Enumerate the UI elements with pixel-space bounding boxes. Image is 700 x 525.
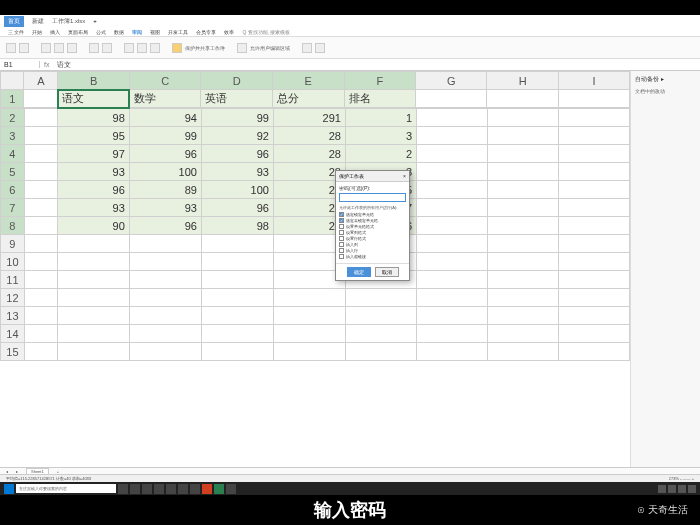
cell[interactable]: 99 xyxy=(129,127,201,145)
permission-option[interactable]: 设置单元格格式 xyxy=(339,224,406,229)
row-header[interactable]: 7 xyxy=(1,199,25,217)
checkbox-icon[interactable] xyxy=(339,248,344,253)
col-header[interactable]: H xyxy=(487,72,558,90)
cell[interactable]: 94 xyxy=(129,109,201,127)
cell[interactable]: 93 xyxy=(58,199,130,217)
taskbar-app[interactable] xyxy=(178,484,188,494)
row-header[interactable]: 13 xyxy=(1,307,25,325)
cancel-button[interactable]: 取消 xyxy=(375,267,399,277)
cell[interactable]: 291 xyxy=(273,109,345,127)
ribbon-tab[interactable]: 插入 xyxy=(50,29,60,35)
permission-option[interactable]: ✓选定未锁定单元格 xyxy=(339,218,406,223)
tab-home[interactable]: 首页 xyxy=(4,16,24,27)
ribbon-btn[interactable] xyxy=(67,43,77,53)
ribbon-tab[interactable]: 视图 xyxy=(150,29,160,35)
cell[interactable]: 28 xyxy=(273,127,345,145)
row-header[interactable]: 5 xyxy=(1,163,25,181)
row-header[interactable]: 14 xyxy=(1,325,25,343)
permission-option[interactable]: ✓选定锁定单元格 xyxy=(339,212,406,217)
row-header[interactable]: 2 xyxy=(1,109,25,127)
cell[interactable]: 98 xyxy=(58,109,130,127)
checkbox-icon[interactable] xyxy=(339,230,344,235)
ribbon-tab[interactable]: 开发工具 xyxy=(168,29,188,35)
select-all-corner[interactable] xyxy=(1,72,24,90)
col-header[interactable]: C xyxy=(129,72,201,90)
cell[interactable]: 2 xyxy=(345,145,416,163)
tab-doc[interactable]: 工作簿1.xlsx xyxy=(52,17,85,26)
taskbar-app[interactable] xyxy=(166,484,176,494)
row-header[interactable]: 11 xyxy=(1,271,25,289)
cell[interactable]: 97 xyxy=(58,145,130,163)
cell[interactable]: 92 xyxy=(201,127,273,145)
row-header[interactable]: 4 xyxy=(1,145,25,163)
ribbon-btn[interactable] xyxy=(237,43,247,53)
permission-option[interactable]: 设置行格式 xyxy=(339,236,406,241)
fx-icon[interactable]: fx xyxy=(40,61,53,68)
cell[interactable]: 96 xyxy=(58,181,130,199)
tab-new[interactable]: 新建 xyxy=(32,17,44,26)
ribbon-btn[interactable] xyxy=(41,43,51,53)
row-header[interactable]: 12 xyxy=(1,289,25,307)
ribbon-btn[interactable] xyxy=(102,43,112,53)
cell[interactable]: 90 xyxy=(58,217,130,235)
ribbon-tab[interactable]: 页面布局 xyxy=(68,29,88,35)
cell[interactable]: 3 xyxy=(345,127,416,145)
lock-icon[interactable] xyxy=(172,43,182,53)
ok-button[interactable]: 确定 xyxy=(347,267,371,277)
row-header[interactable]: 9 xyxy=(1,235,25,253)
col-header[interactable]: A xyxy=(24,72,58,90)
ribbon-btn[interactable] xyxy=(19,43,29,53)
cell[interactable]: 95 xyxy=(58,127,130,145)
checkbox-icon[interactable] xyxy=(339,242,344,247)
checkbox-icon[interactable] xyxy=(339,224,344,229)
checkbox-icon[interactable]: ✓ xyxy=(339,218,344,223)
add-sheet-button[interactable]: + xyxy=(57,469,59,474)
taskbar-app[interactable] xyxy=(202,484,212,494)
ribbon-btn[interactable] xyxy=(302,43,312,53)
cell[interactable]: 28 xyxy=(273,145,345,163)
ribbon-tab[interactable]: 公式 xyxy=(96,29,106,35)
taskbar-app[interactable] xyxy=(214,484,224,494)
cell[interactable]: 96 xyxy=(129,145,201,163)
col-header[interactable]: G xyxy=(416,72,487,90)
ribbon-btn[interactable] xyxy=(150,43,160,53)
col-header[interactable]: I xyxy=(558,72,629,90)
permission-option[interactable]: 插入超链接 xyxy=(339,254,406,259)
formula-content[interactable]: 语文 xyxy=(53,60,75,70)
permission-option[interactable]: 设置列格式 xyxy=(339,230,406,235)
start-button[interactable] xyxy=(4,484,14,494)
row-header[interactable]: 3 xyxy=(1,127,25,145)
cell[interactable]: 96 xyxy=(201,145,273,163)
ribbon-btn[interactable] xyxy=(89,43,99,53)
ribbon-btn[interactable] xyxy=(315,43,325,53)
row-header[interactable]: 15 xyxy=(1,343,25,361)
ribbon-btn[interactable] xyxy=(137,43,147,53)
cell[interactable]: 93 xyxy=(58,163,130,181)
taskbar-app[interactable] xyxy=(154,484,164,494)
taskbar-app[interactable] xyxy=(118,484,128,494)
sheet-area[interactable]: A B C D E F G H I 1 语文 数学 英语 总分 排名 29894… xyxy=(0,71,630,467)
ribbon-btn[interactable] xyxy=(6,43,16,53)
ribbon-tab-active[interactable]: 审阅 xyxy=(132,29,142,35)
ribbon-tab[interactable]: 效率 xyxy=(224,29,234,35)
cell[interactable]: 100 xyxy=(129,163,201,181)
taskbar-app[interactable] xyxy=(142,484,152,494)
cell[interactable]: 100 xyxy=(201,181,273,199)
cell[interactable]: 93 xyxy=(201,163,273,181)
cell[interactable]: 96 xyxy=(201,199,273,217)
cell[interactable]: 1 xyxy=(345,109,416,127)
close-icon[interactable]: × xyxy=(403,173,406,179)
taskbar-app[interactable] xyxy=(226,484,236,494)
ribbon-tab[interactable]: 开始 xyxy=(32,29,42,35)
tray-icon[interactable] xyxy=(688,485,696,493)
permission-option[interactable]: 插入行 xyxy=(339,248,406,253)
checkbox-icon[interactable] xyxy=(339,254,344,259)
col-header[interactable]: E xyxy=(272,72,344,90)
tray-icon[interactable] xyxy=(668,485,676,493)
taskbar-search[interactable]: 在这里输入你要搜索的内容 xyxy=(16,484,116,493)
permission-option[interactable]: 插入列 xyxy=(339,242,406,247)
name-box[interactable]: B1 xyxy=(0,61,40,68)
ribbon-btn[interactable] xyxy=(124,43,134,53)
row-header[interactable]: 8 xyxy=(1,217,25,235)
cell[interactable]: 99 xyxy=(201,109,273,127)
